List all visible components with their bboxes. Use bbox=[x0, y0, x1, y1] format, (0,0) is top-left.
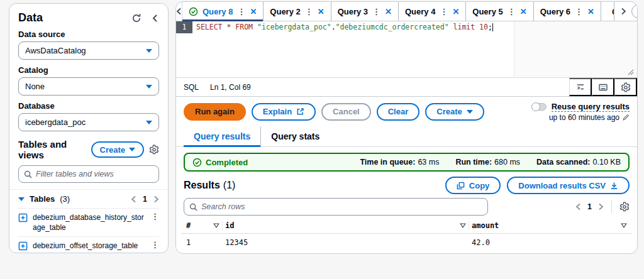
database-select[interactable]: icebergdata_poc bbox=[18, 113, 159, 131]
filter-icon[interactable] bbox=[621, 223, 627, 228]
tab-query-results[interactable]: Query results bbox=[184, 126, 260, 146]
table-name[interactable]: debezium_database_history_storage_table bbox=[33, 212, 146, 232]
tab-close-icon[interactable]: ✕ bbox=[520, 7, 527, 16]
sql-token: "debeziumcdc_ordercreated" bbox=[336, 23, 449, 31]
database-label: Database bbox=[18, 101, 159, 111]
query-tab-query5[interactable]: Query 5 ⋮ ✕ bbox=[465, 2, 533, 21]
results-page-prev-icon[interactable] bbox=[575, 203, 581, 211]
tab-menu-icon[interactable]: ⋮ bbox=[508, 8, 516, 16]
column-header-index: # bbox=[184, 221, 223, 230]
explain-button[interactable]: Explain bbox=[252, 103, 316, 121]
table-list-item[interactable]: debezium_offset_storage_table ⋮ bbox=[18, 236, 159, 253]
editor-resize-handle-icon[interactable] bbox=[627, 68, 634, 75]
table-list-item[interactable]: debezium_database_history_storage_table … bbox=[18, 208, 159, 236]
results-table-header: # id amount bbox=[184, 218, 630, 233]
results-page-number: 1 bbox=[587, 202, 592, 211]
results-tab-bar: Query results Query stats bbox=[176, 126, 637, 147]
caret-down-icon bbox=[146, 85, 152, 89]
tab-menu-icon[interactable]: ⋮ bbox=[305, 8, 313, 16]
query-tab-query2[interactable]: Query 2 ⋮ ✕ bbox=[263, 2, 330, 21]
tab-close-icon[interactable]: ✕ bbox=[587, 7, 594, 16]
tab-close-icon[interactable]: ✕ bbox=[452, 7, 459, 16]
download-results-csv-button[interactable]: Download results CSV bbox=[507, 177, 630, 194]
time-in-queue-stat: Time in queue:63 ms bbox=[360, 158, 439, 167]
results-header: Results (1) Copy Download results CSV bbox=[176, 175, 637, 195]
tables-group-row[interactable]: Tables (3) 1 bbox=[18, 190, 159, 208]
search-rows-wrap bbox=[184, 198, 488, 216]
editor-gutter: 1 bbox=[176, 21, 192, 77]
tab-query-stats[interactable]: Query stats bbox=[260, 126, 330, 146]
filter-icon[interactable] bbox=[460, 223, 466, 228]
line-number: 1 bbox=[176, 21, 192, 33]
reuse-results-label[interactable]: Reuse query results bbox=[552, 102, 630, 112]
table-actions-menu-icon[interactable]: ⋮ bbox=[151, 212, 159, 221]
query-tab-query4[interactable]: Query 4 ⋮ ✕ bbox=[398, 2, 465, 21]
editor-settings-gear-icon[interactable] bbox=[614, 78, 637, 96]
page-next-icon[interactable] bbox=[153, 195, 159, 203]
query-tab-label: Query 6 bbox=[540, 7, 570, 16]
tab-menu-icon[interactable]: ⋮ bbox=[237, 8, 245, 16]
table-name[interactable]: debezium_offset_storage_table bbox=[33, 241, 146, 251]
expand-table-icon[interactable] bbox=[18, 241, 28, 251]
cell-amount: 42.0 bbox=[469, 238, 630, 247]
keyboard-shortcuts-icon[interactable] bbox=[592, 78, 614, 96]
sql-token: FROM bbox=[235, 23, 257, 31]
tab-close-icon[interactable]: ✕ bbox=[250, 7, 257, 16]
filter-icon[interactable] bbox=[213, 223, 219, 228]
data-source-select[interactable]: AwsDataCatalog bbox=[18, 41, 159, 60]
catalog-select[interactable]: None bbox=[18, 77, 159, 96]
reuse-query-results: Reuse query results up to 60 minutes ago bbox=[531, 102, 630, 122]
column-header-id: id bbox=[223, 221, 469, 230]
query-tab-label: Query 8 bbox=[203, 7, 233, 16]
table-actions-menu-icon[interactable]: ⋮ bbox=[151, 241, 159, 249]
divider bbox=[611, 200, 612, 213]
tab-menu-icon[interactable]: ⋮ bbox=[372, 8, 380, 16]
sql-editor[interactable]: 1 SELECT * FROM "icebergdata_poc"."debez… bbox=[176, 21, 637, 77]
catalog-label: Catalog bbox=[18, 65, 159, 75]
create-dropdown-button[interactable]: Create bbox=[425, 103, 484, 121]
refresh-icon[interactable] bbox=[131, 13, 142, 23]
tabs-scroll-right-icon[interactable] bbox=[621, 8, 626, 15]
tab-menu-icon[interactable]: ⋮ bbox=[575, 8, 583, 16]
cancel-button[interactable]: Cancel bbox=[321, 103, 371, 121]
column-header-amount: amount bbox=[469, 221, 630, 230]
catalog-value: None bbox=[25, 82, 45, 91]
column-label: id bbox=[225, 221, 234, 230]
tables-settings-gear-icon[interactable] bbox=[149, 145, 159, 155]
text-cursor bbox=[492, 23, 493, 31]
page-prev-icon[interactable] bbox=[131, 195, 136, 203]
tables-and-views-header: Tables and views Create bbox=[18, 139, 159, 160]
tab-close-icon[interactable]: ✕ bbox=[385, 7, 392, 16]
results-settings-gear-icon[interactable] bbox=[619, 202, 630, 212]
tables-and-views-title: Tables and views bbox=[18, 139, 86, 160]
create-button[interactable]: Create bbox=[91, 141, 144, 158]
collapse-panel-icon[interactable] bbox=[152, 14, 159, 23]
tab-close-icon[interactable]: ✕ bbox=[318, 7, 325, 16]
tabs-scroll-left-icon[interactable] bbox=[176, 2, 182, 21]
query-tab-query6[interactable]: Query 6 ⋮ ✕ bbox=[533, 2, 601, 21]
copy-button[interactable]: Copy bbox=[445, 177, 501, 194]
tab-bar-controls: + bbox=[614, 2, 638, 21]
query-tab-overflow[interactable]: Que bbox=[601, 2, 614, 21]
create-button-label: Create bbox=[100, 145, 125, 155]
expand-table-icon[interactable] bbox=[18, 213, 28, 222]
search-rows-input[interactable] bbox=[201, 202, 482, 211]
clear-button[interactable]: Clear bbox=[377, 103, 420, 121]
status-badge: Completed bbox=[206, 158, 248, 167]
edit-pencil-icon[interactable] bbox=[622, 114, 630, 121]
run-time-stat: Run time:680 ms bbox=[455, 158, 520, 167]
column-label: # bbox=[186, 221, 191, 230]
query-tab-label: Que bbox=[612, 7, 614, 16]
tab-menu-icon[interactable]: ⋮ bbox=[440, 8, 448, 16]
caret-down-icon bbox=[146, 49, 152, 53]
query-tab-query3[interactable]: Query 3 ⋮ ✕ bbox=[331, 2, 398, 21]
run-again-button[interactable]: Run again bbox=[184, 103, 246, 121]
results-page-next-icon[interactable] bbox=[598, 203, 604, 211]
filter-tables-input[interactable] bbox=[36, 170, 153, 178]
new-query-tab-button[interactable]: + bbox=[631, 4, 638, 18]
query-tab-query8[interactable]: Query 8 ⋮ ✕ bbox=[182, 2, 263, 21]
external-link-icon bbox=[296, 107, 304, 116]
format-query-icon[interactable] bbox=[569, 78, 592, 96]
column-label: amount bbox=[472, 221, 499, 230]
reuse-results-toggle[interactable] bbox=[531, 103, 547, 111]
